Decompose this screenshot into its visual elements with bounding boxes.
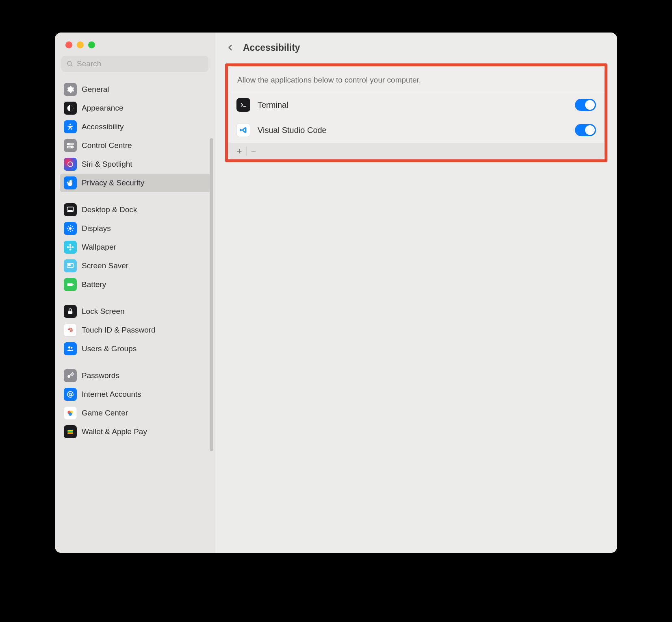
screensaver-icon [64,259,77,272]
sidebar-item-battery[interactable]: Battery [60,275,211,294]
sidebar-item-siri-spotlight[interactable]: Siri & Spotlight [60,155,211,174]
battery-icon [64,278,77,291]
sidebar-group-2: Lock Screen Touch ID & Password Users & … [60,302,211,358]
window-controls [55,33,215,48]
svg-rect-26 [68,265,70,266]
svg-point-30 [68,346,70,348]
svg-point-33 [69,393,72,396]
app-name-label: Visual Studio Code [258,126,568,135]
sidebar-item-accessibility[interactable]: Accessibility [60,117,211,136]
sidebar-item-label: Control Centre [82,141,132,150]
sidebar-item-wallpaper[interactable]: Wallpaper [60,238,211,257]
switches-icon [64,139,77,152]
sidebar: General Appearance Accessibility [55,33,215,553]
sidebar-item-internet-accounts[interactable]: Internet Accounts [60,385,211,404]
svg-line-1 [71,65,72,66]
sidebar-item-label: Desktop & Dock [82,205,137,214]
terminal-icon [236,98,250,112]
sidebar-group-1: Desktop & Dock Displays Wallpaper [60,200,211,294]
add-app-button[interactable] [232,144,246,158]
contrast-icon [64,102,77,115]
sidebar-item-lock-screen[interactable]: Lock Screen [60,302,211,321]
sidebar-item-label: Privacy & Security [82,178,144,187]
toggle-terminal[interactable] [575,99,596,111]
main-pane: Accessibility Allow the applications bel… [215,33,617,553]
sidebar-item-label: Wallet & Apple Pay [82,427,147,436]
svg-point-31 [71,347,72,348]
svg-point-21 [69,244,72,246]
siri-icon [64,158,77,171]
sidebar-scrollbar[interactable] [210,138,213,451]
plus-icon [236,148,243,154]
sidebar-item-general[interactable]: General [60,80,211,99]
sidebar-item-label: Wallpaper [82,243,116,252]
close-window-button[interactable] [65,41,72,48]
flower-icon [64,241,77,254]
main-header: Accessibility [215,33,617,61]
sidebar-item-label: Appearance [82,104,123,113]
dock-icon [64,203,77,216]
svg-point-24 [72,246,74,248]
search-icon [66,60,74,67]
sidebar-item-label: Siri & Spotlight [82,160,132,169]
svg-line-19 [72,226,73,227]
svg-point-36 [69,412,72,415]
svg-point-11 [69,227,72,230]
accessibility-app-list: Allow the applications below to control … [228,66,605,159]
sidebar-item-displays[interactable]: Displays [60,219,211,238]
svg-rect-29 [68,311,73,314]
search-field[interactable] [61,56,208,72]
sidebar-item-label: Passwords [82,371,119,380]
sidebar-item-label: Screen Saver [82,261,128,270]
app-row-vscode: Visual Studio Code [228,117,604,143]
fullscreen-window-button[interactable] [88,41,95,48]
svg-point-22 [69,248,72,250]
minimize-window-button[interactable] [77,41,84,48]
svg-line-17 [72,230,73,231]
gear-icon [64,83,77,96]
wallet-icon [64,425,77,438]
sidebar-item-screensaver[interactable]: Screen Saver [60,257,211,275]
list-footer [228,143,604,159]
svg-rect-39 [67,433,73,434]
svg-point-23 [67,246,69,248]
sidebar-item-desktop-dock[interactable]: Desktop & Dock [60,200,211,219]
sidebar-item-label: Accessibility [82,122,124,131]
app-row-terminal: Terminal [228,92,604,117]
remove-app-button[interactable] [247,144,260,158]
gamecenter-icon [64,407,77,420]
users-icon [64,342,77,355]
app-name-label: Terminal [258,100,568,110]
system-settings-window: General Appearance Accessibility [55,33,617,553]
sidebar-group-3: Passwords Internet Accounts Game Center [60,366,211,441]
sidebar-item-passwords[interactable]: Passwords [60,366,211,385]
sidebar-item-touchid[interactable]: Touch ID & Password [60,321,211,339]
sidebar-item-label: Lock Screen [82,307,125,316]
sidebar-item-game-center[interactable]: Game Center [60,404,211,422]
svg-rect-38 [67,431,73,432]
sidebar-item-control-centre[interactable]: Control Centre [60,136,211,155]
sidebar-group-0: General Appearance Accessibility [60,80,211,192]
at-icon [64,388,77,401]
sidebar-item-users-groups[interactable]: Users & Groups [60,339,211,358]
sidebar-item-wallet[interactable]: Wallet & Apple Pay [60,422,211,441]
svg-point-7 [72,147,72,148]
vscode-icon [236,123,250,137]
annotation-highlight: Allow the applications below to control … [225,63,607,162]
svg-point-0 [67,61,72,65]
back-button[interactable] [223,41,237,54]
minus-icon [250,148,257,154]
toggle-vscode[interactable] [575,124,596,136]
fingerprint-icon [64,324,77,337]
sidebar-item-label: Touch ID & Password [82,326,156,335]
sidebar-item-privacy-security[interactable]: Privacy & Security [60,174,211,192]
search-input[interactable] [77,59,204,68]
list-caption: Allow the applications below to control … [228,67,604,92]
hand-icon [64,176,77,189]
sidebar-item-appearance[interactable]: Appearance [60,99,211,117]
svg-point-3 [69,124,71,125]
accessibility-icon [64,120,77,133]
key-icon [64,369,77,382]
sidebar-item-label: Displays [82,224,111,233]
chevron-left-icon [226,43,234,52]
